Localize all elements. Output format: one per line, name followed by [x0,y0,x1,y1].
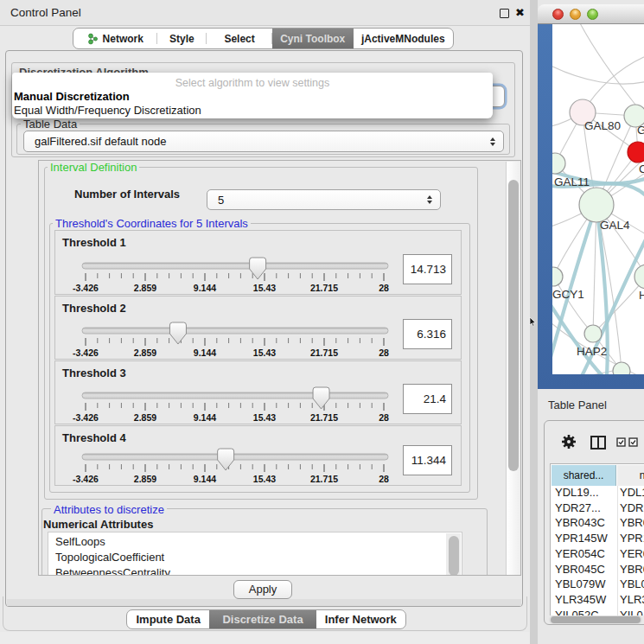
float-icon[interactable] [500,9,509,18]
attribute-item[interactable]: SelfLoops [55,535,105,551]
threshold-slider[interactable]: -3.4262.8599.14415.4321.71528 [74,447,396,487]
popup-option-manual[interactable]: Manual Discretization [14,90,130,103]
threshold-value-field[interactable]: 11.344 [403,445,452,475]
popup-option-equal-width[interactable]: Equal Width/Frequency Discretization [14,104,201,117]
table-data-combobox[interactable]: galFiltered.sif default node [23,131,504,152]
tab-network[interactable]: Network [73,29,157,48]
svg-text:9.144: 9.144 [194,412,216,423]
tab-style[interactable]: Style [157,29,207,48]
checkbox-icon[interactable] [616,437,626,447]
numerical-attributes-list[interactable]: SelfLoopsTopologicalCoefficientBetweenne… [48,532,462,576]
table-cell-shared-name[interactable]: YBR043C [555,516,605,532]
apply-button[interactable]: Apply [233,580,292,599]
tab-select[interactable]: Select [207,29,272,48]
table-cell-name[interactable]: YDL1 [620,486,644,501]
tab-label: Cyni Toolbox [280,33,345,45]
tab-label: Infer Network [325,613,397,626]
table-cell-shared-name[interactable]: YDL19... [555,486,599,501]
algorithm-dropdown-popup: Select algorithm to view settings Manual… [12,73,493,118]
svg-text:15.43: 15.43 [253,283,276,293]
svg-text:28: 28 [379,348,389,358]
table-hscrollbar-thumb[interactable] [551,616,641,623]
table-cell-name[interactable]: YBL0 [620,577,644,593]
table-cell-shared-name[interactable]: YBR045C [555,563,605,578]
svg-text:GCY1: GCY1 [552,288,584,301]
column-header-name[interactable]: na [617,465,644,486]
control-panel-titlebar: Control Panel ✖ [0,0,530,26]
svg-text:GA: GA [637,124,644,137]
table-cell-name[interactable]: YER0 [620,547,644,563]
combo-arrows-icon [490,137,495,146]
tab-label: jActiveMNodules [361,33,445,45]
svg-text:21.715: 21.715 [310,348,338,358]
panel-title: Control Panel [10,6,81,19]
threshold-value-field[interactable]: 21.4 [403,384,452,414]
tab-label: Select [224,33,254,45]
table-cell-name[interactable]: YPR1 [620,532,644,547]
attribute-item[interactable]: BetweennessCentrality [55,566,170,576]
split-view-icon[interactable] [590,436,606,450]
thresholds-group-title: Threshold's Coordinates for 5 Intervals [53,217,251,230]
threshold-slider[interactable]: -3.4262.8599.14415.4321.71528 [74,386,396,425]
threshold-value-field[interactable]: 6.316 [403,319,452,349]
numerical-attributes-label: Numerical Attributes [43,518,153,531]
svg-text:GAL11: GAL11 [554,175,590,188]
gear-icon[interactable] [561,434,577,450]
threshold-slider[interactable]: -3.4262.8599.14415.4321.71528 [74,321,396,360]
svg-text:HAP2: HAP2 [577,345,607,358]
table-cell-shared-name[interactable]: YBL079W [555,577,606,593]
svg-text:15.43: 15.43 [253,348,276,358]
table-cell-shared-name[interactable]: YPR145W [555,532,608,547]
svg-text:9.144: 9.144 [194,348,216,358]
threshold-panel-2: Threshold 2-3.4262.8599.14415.4321.71528… [54,296,462,360]
threshold-value-field[interactable]: 14.713 [403,254,452,284]
close-icon[interactable]: ✖ [515,6,525,19]
zoom-traffic-light[interactable] [587,9,598,20]
network-canvas[interactable]: GAL80GACGAL11GAL4GCY1HHAP2 [552,24,644,374]
network-icon [87,33,99,45]
table-cell-name[interactable]: YLR3 [620,593,644,609]
table-cell-name[interactable]: YBR0 [620,516,644,532]
tab-label: Impute Data [137,613,201,626]
table-cell-name[interactable]: YIL0 [620,609,643,615]
svg-text:9.144: 9.144 [194,474,216,484]
column-header-shared-name[interactable]: shared... [552,465,616,486]
minimize-traffic-light[interactable] [570,9,581,20]
panel-scrollbar-thumb[interactable] [508,180,519,471]
table-data-value: galFiltered.sif default node [35,135,166,148]
svg-text:9.144: 9.144 [194,283,216,293]
table-cell-name[interactable]: YBR0 [620,563,644,578]
svg-text:21.715: 21.715 [310,412,338,423]
tab-impute-data[interactable]: Impute Data [127,610,209,628]
attribute-item[interactable]: TopologicalCoefficient [55,551,164,566]
tab-jactivemnodules[interactable]: jActiveMNodules [354,29,453,48]
mouse-cursor [529,317,537,328]
table-cell-name[interactable]: YDR2 [620,501,644,517]
tab-cyni-toolbox[interactable]: Cyni Toolbox [272,29,354,48]
number-of-intervals-label: Number of Intervals [74,188,180,201]
top-tab-strip: NetworkStyleSelectCyni ToolboxjActiveMNo… [73,28,454,49]
svg-text:28: 28 [379,283,389,293]
table-cell-shared-name[interactable]: YLR345W [555,593,606,609]
tab-discretize-data[interactable]: Discretize Data [209,610,316,628]
svg-text:15.43: 15.43 [253,474,276,484]
table-cell-shared-name[interactable]: YDR27... [555,501,601,517]
threshold-label: Threshold 1 [62,236,126,249]
tab-infer-network[interactable]: Infer Network [316,610,405,628]
threshold-panel-3: Threshold 3-3.4262.8599.14415.4321.71528… [54,360,462,424]
list-scrollbar-thumb[interactable] [449,536,459,576]
svg-text:-3.426: -3.426 [73,283,99,293]
number-of-intervals-spinner[interactable]: 5 [207,189,441,210]
svg-text:-3.426: -3.426 [73,348,99,358]
svg-text:21.715: 21.715 [310,474,338,484]
svg-text:28: 28 [379,412,389,423]
svg-text:H: H [639,289,644,302]
svg-text:2.859: 2.859 [134,474,156,484]
svg-text:-3.426: -3.426 [73,474,99,484]
close-traffic-light[interactable] [552,9,564,20]
threshold-slider[interactable]: -3.4262.8599.14415.4321.71528 [74,256,396,296]
table-cell-shared-name[interactable]: YER054C [555,547,605,563]
tab-label: Style [169,33,194,45]
table-cell-shared-name[interactable]: YIL052C [555,609,599,615]
checkbox-icon[interactable] [628,437,638,447]
